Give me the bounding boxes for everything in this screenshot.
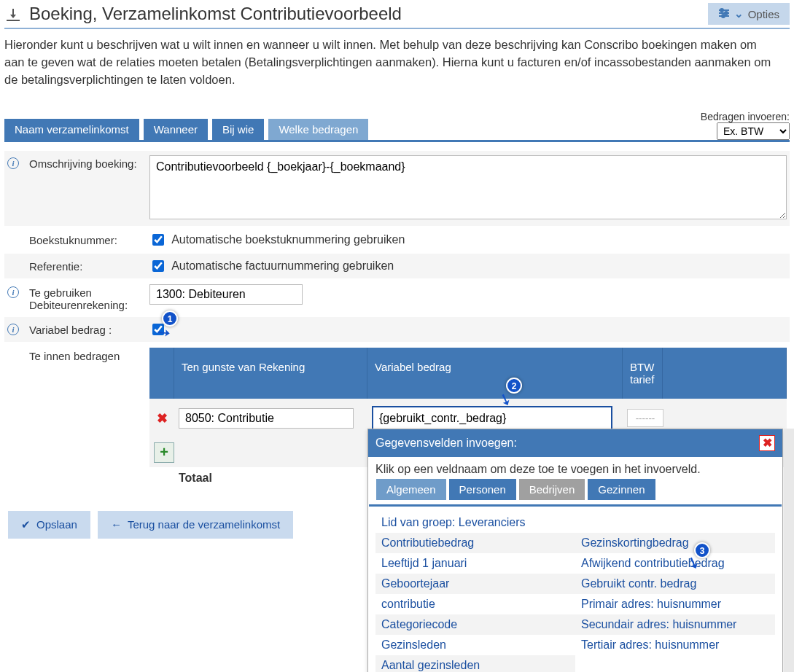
fields-popup: Gegevensvelden invoegen: ✖ Klik op een v…	[367, 429, 783, 542]
remove-row-button[interactable]: ✖	[149, 407, 174, 429]
boekstuk-auto-label: Automatische boekstuknummering gebruiken	[171, 233, 405, 246]
referentie-auto-checkbox[interactable]	[152, 260, 164, 272]
save-button[interactable]: ✔ Opslaan	[8, 511, 90, 539]
label-debiteurenrek: Te gebruiken Debiteurenrekening:	[29, 284, 149, 311]
svg-point-1	[725, 12, 728, 15]
tab-bijwie[interactable]: Bij wie	[212, 119, 264, 140]
svg-point-0	[720, 9, 723, 12]
popup-title: Gegevensvelden invoegen:	[375, 437, 517, 450]
variable-amount-input[interactable]	[372, 406, 612, 431]
popup-tab-algemeen[interactable]: Algemeen	[376, 479, 446, 500]
tabs-underline	[4, 140, 790, 142]
annotation-badge-1: 1	[162, 310, 178, 327]
intro-text: Hieronder kunt u beschrijven wat u wilt …	[4, 36, 777, 89]
amounts-mode-label: Bedragen invoeren:	[701, 111, 790, 122]
page-title: Boeking, Verzamelinkomst Contributievoor…	[29, 4, 708, 24]
amounts-mode-select[interactable]: Ex. BTW	[717, 122, 790, 140]
field-item[interactable]: Gezinskortingbedrag	[575, 533, 775, 542]
options-button[interactable]: ⌄ Opties	[708, 3, 790, 25]
scrollbar[interactable]	[784, 429, 794, 542]
col-account: Ten gunste van Rekening	[174, 348, 367, 399]
amounts-header: Ten gunste van Rekening Variabel bedrag …	[149, 348, 787, 399]
amounts-mode: Bedragen invoeren: Ex. BTW	[701, 111, 790, 140]
label-referentie: Referentie:	[29, 258, 149, 273]
add-row-button[interactable]: +	[154, 442, 174, 463]
field-item[interactable]	[575, 512, 775, 533]
check-icon: ✔	[21, 518, 31, 531]
annotation-badge-2: 2	[506, 378, 522, 394]
field-item[interactable]: Contributiebedrag	[375, 533, 575, 542]
tab-naam[interactable]: Naam verzamelinkomst	[4, 119, 139, 140]
save-label: Opslaan	[36, 518, 77, 531]
info-icon[interactable]: i	[7, 157, 19, 169]
label-te-innen: Te innen bedragen	[29, 348, 149, 362]
sliders-icon	[718, 8, 730, 20]
back-button[interactable]: ← Terug naar de verzamelinkomst	[98, 511, 293, 539]
popup-tab-personen[interactable]: Personen	[449, 479, 516, 500]
tabs-row: Naam verzamelinkomst Wanneer Bij wie Wel…	[4, 111, 790, 140]
info-icon[interactable]: i	[7, 286, 19, 298]
fields-col-right: Gezinskortingbedrag Afwijkend contributi…	[575, 512, 775, 542]
popup-close-button[interactable]: ✖	[759, 435, 775, 451]
popup-hint: Klik op een veldnaam om deze toe te voeg…	[368, 457, 782, 479]
account-input[interactable]	[179, 408, 354, 429]
total-label: Totaal	[179, 472, 212, 485]
label-variabel: Variabel bedrag :	[29, 321, 149, 336]
info-icon[interactable]: i	[7, 324, 19, 335]
referentie-auto-label: Automatische factuurnummering gebruiken	[171, 259, 394, 272]
popup-tab-bedrijven[interactable]: Bedrijven	[519, 479, 585, 500]
arrow-left-icon: ←	[111, 518, 122, 531]
options-label: Opties	[748, 8, 779, 20]
boekstuk-auto-checkbox[interactable]	[152, 234, 164, 246]
popup-tab-gezinnen[interactable]: Gezinnen	[588, 479, 655, 500]
omschrijving-input[interactable]	[149, 155, 787, 219]
svg-point-2	[722, 15, 725, 17]
chevron-down-icon: ⌄	[734, 7, 744, 20]
tab-welke-bedragen[interactable]: Welke bedragen	[268, 119, 368, 140]
col-btw: BTW tarief	[623, 348, 663, 399]
download-icon	[4, 7, 22, 20]
label-boekstuk: Boekstuknummer:	[29, 232, 149, 246]
tab-wanneer[interactable]: Wanneer	[144, 119, 208, 140]
label-omschrijving: Omschrijving boeking:	[29, 155, 149, 170]
back-label: Terug naar de verzamelinkomst	[128, 518, 280, 531]
field-item[interactable]: Lid van groep: Leveranciers	[375, 512, 575, 533]
btw-input[interactable]	[627, 409, 663, 427]
debiteurenrek-input[interactable]	[149, 284, 303, 305]
page-header: Boeking, Verzamelinkomst Contributievoor…	[4, 3, 790, 29]
fields-col-left: Lid van groep: Leveranciers Contributieb…	[375, 512, 575, 542]
col-variable: Variabel bedrag	[367, 348, 623, 399]
